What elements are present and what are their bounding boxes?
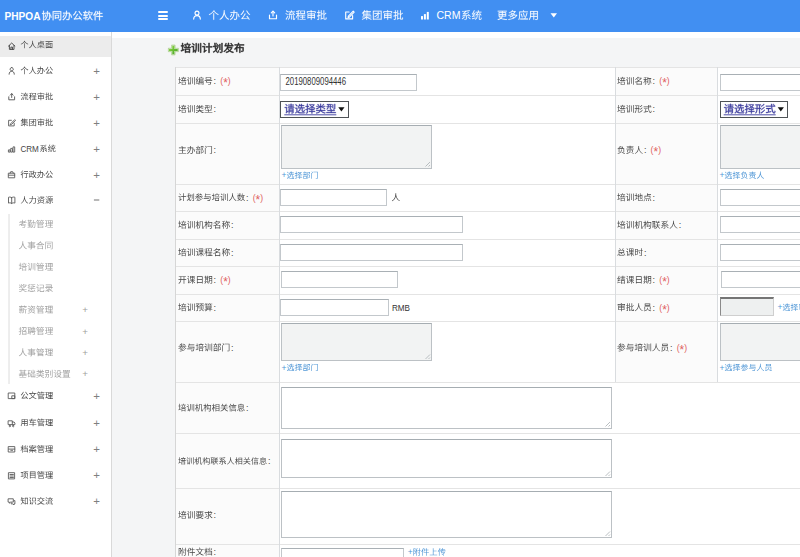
svg-text::: : — [214, 76, 217, 86]
svg-text:(*): (*) — [659, 275, 670, 289]
svg-text:+: + — [93, 65, 100, 77]
svg-text::: : — [653, 193, 656, 203]
svg-text:(*): (*) — [651, 145, 662, 159]
svg-text:+: + — [82, 347, 88, 358]
svg-text:+: + — [408, 547, 413, 557]
svg-text::: : — [231, 343, 234, 353]
svg-text:+: + — [93, 469, 100, 481]
svg-text:+: + — [93, 417, 100, 429]
svg-text:+: + — [93, 117, 100, 129]
svg-text:+: + — [720, 363, 725, 373]
svg-text:CRM: CRM — [437, 9, 461, 21]
svg-text::: : — [246, 403, 249, 413]
svg-text::: : — [679, 220, 682, 230]
svg-text:+: + — [82, 368, 88, 379]
svg-text:+: + — [778, 302, 783, 312]
svg-text::: : — [670, 343, 673, 353]
svg-text::: : — [644, 248, 647, 258]
svg-text::: : — [231, 248, 234, 258]
svg-text::: : — [653, 76, 656, 86]
svg-text:+: + — [93, 91, 100, 103]
svg-text::: : — [214, 510, 217, 520]
svg-text:+: + — [282, 170, 287, 180]
svg-text:+: + — [93, 495, 100, 507]
svg-text::: : — [653, 275, 656, 285]
svg-text::: : — [214, 145, 217, 155]
svg-text:(*): (*) — [659, 303, 670, 317]
svg-text:(*): (*) — [659, 76, 670, 90]
svg-text:(*): (*) — [220, 275, 231, 289]
svg-text::: : — [653, 303, 656, 313]
svg-text:+: + — [93, 143, 100, 155]
svg-text::: : — [246, 193, 249, 203]
svg-text::: : — [268, 456, 271, 466]
svg-text:+: + — [93, 169, 100, 181]
svg-text:CRM: CRM — [20, 144, 39, 154]
svg-text:(*): (*) — [253, 193, 264, 207]
svg-text::: : — [231, 220, 234, 230]
svg-text:(*): (*) — [677, 343, 688, 357]
svg-text::: : — [644, 145, 647, 155]
svg-text:+: + — [282, 363, 287, 373]
svg-text::: : — [214, 104, 217, 114]
svg-text:+: + — [82, 304, 88, 315]
svg-text::: : — [214, 303, 217, 313]
svg-text:PHPOA: PHPOA — [5, 10, 41, 22]
svg-text:+: + — [93, 390, 100, 402]
svg-text:RMB: RMB — [392, 303, 410, 313]
svg-text:(*): (*) — [220, 76, 231, 90]
svg-text::: : — [214, 547, 217, 557]
svg-text::: : — [214, 275, 217, 285]
svg-text::: : — [653, 104, 656, 114]
svg-text:+: + — [93, 443, 100, 455]
svg-text:+: + — [720, 170, 725, 180]
svg-text:+: + — [82, 326, 88, 337]
svg-text:20190809094446: 20190809094446 — [286, 76, 347, 87]
